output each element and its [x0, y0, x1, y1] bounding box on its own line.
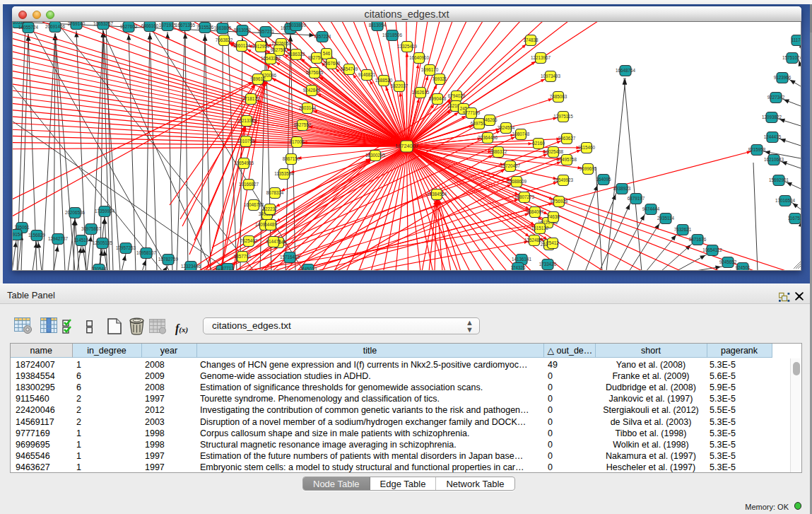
svg-text:6879197: 6879197: [628, 196, 645, 201]
svg-text:8471676: 8471676: [689, 237, 707, 242]
svg-text:15692901: 15692901: [769, 177, 789, 182]
svg-text:9827500: 9827500: [271, 47, 288, 52]
svg-text:8756928: 8756928: [551, 199, 568, 204]
svg-text:8427552: 8427552: [294, 122, 312, 127]
svg-text:15716485: 15716485: [280, 255, 300, 259]
svg-text:20364436: 20364436: [478, 135, 498, 140]
svg-text:18807273: 18807273: [514, 194, 535, 199]
svg-text:14136141: 14136141: [512, 257, 532, 262]
svg-text:116753: 116753: [788, 216, 801, 221]
svg-text:1527602: 1527602: [120, 24, 138, 29]
svg-text:8215958: 8215958: [748, 147, 766, 152]
svg-text:3824554: 3824554: [498, 125, 515, 130]
svg-text:7632621: 7632621: [674, 227, 692, 232]
svg-text:746266: 746266: [482, 117, 498, 122]
svg-text:9123966: 9123966: [774, 75, 792, 80]
svg-text:14055724: 14055724: [18, 25, 39, 30]
svg-text:10958107: 10958107: [136, 250, 157, 255]
svg-text:19654985: 19654985: [234, 160, 254, 165]
svg-text:16046788: 16046788: [244, 202, 264, 207]
svg-text:15751074: 15751074: [782, 55, 801, 60]
svg-text:6794028: 6794028: [448, 93, 466, 98]
svg-text:18300295: 18300295: [365, 153, 386, 158]
svg-text:19218506: 19218506: [382, 33, 403, 37]
svg-text:11174: 11174: [792, 37, 801, 42]
svg-text:19166827: 19166827: [239, 182, 259, 187]
svg-text:17359934: 17359934: [95, 209, 115, 214]
svg-text:2935114: 2935114: [657, 216, 675, 221]
svg-text:16640910: 16640910: [409, 55, 430, 60]
svg-text:54489: 54489: [264, 222, 277, 227]
svg-text:12213389: 12213389: [237, 118, 257, 123]
svg-text:1156829: 1156829: [28, 233, 46, 238]
svg-text:164095: 164095: [596, 177, 611, 182]
svg-text:1244415: 1244415: [764, 134, 782, 139]
svg-text:12505135: 12505135: [93, 240, 113, 245]
svg-text:5375685: 5375685: [306, 70, 324, 75]
svg-text:17016534: 17016534: [775, 198, 796, 203]
svg-text:10973493: 10973493: [541, 74, 561, 78]
svg-text:10653257: 10653257: [93, 22, 114, 26]
svg-text:9860124: 9860124: [233, 43, 251, 48]
svg-text:16671355: 16671355: [175, 23, 196, 28]
svg-text:16648764: 16648764: [616, 68, 636, 73]
svg-text:989612: 989612: [250, 76, 266, 81]
svg-text:914479: 914479: [266, 239, 281, 244]
svg-text:2769140: 2769140: [68, 22, 86, 26]
svg-text:9857791: 9857791: [234, 254, 252, 259]
svg-text:7357211: 7357211: [257, 29, 275, 34]
svg-text:10025438: 10025438: [543, 149, 564, 154]
svg-text:9115460: 9115460: [578, 145, 596, 150]
svg-text:11353594: 11353594: [274, 171, 294, 176]
svg-text:8186328: 8186328: [288, 52, 305, 57]
svg-text:2803144: 2803144: [299, 105, 317, 110]
svg-text:8813051: 8813051: [234, 28, 252, 33]
svg-text:12942737: 12942737: [48, 236, 69, 241]
svg-text:15720407: 15720407: [500, 163, 521, 168]
svg-text:10688609: 10688609: [507, 179, 527, 184]
svg-text:16782759: 16782759: [158, 257, 179, 262]
svg-text:2367608: 2367608: [323, 61, 341, 66]
svg-text:25412: 25412: [546, 240, 559, 245]
svg-text:8813054: 8813054: [369, 23, 387, 28]
svg-text:62160: 62160: [532, 141, 545, 146]
svg-text:6466160: 6466160: [141, 23, 159, 28]
svg-text:39154: 39154: [12, 232, 23, 237]
svg-text:13325419: 13325419: [397, 44, 418, 49]
svg-text:7485063: 7485063: [550, 94, 567, 99]
svg-text:546: 546: [323, 51, 331, 56]
svg-text:822237: 822237: [262, 206, 278, 211]
svg-text:1010755: 1010755: [237, 139, 255, 144]
svg-text:8454749: 8454749: [341, 66, 358, 71]
svg-text:174838: 174838: [523, 37, 539, 42]
svg-text:7357224: 7357224: [314, 34, 331, 39]
svg-text:1071915: 1071915: [159, 23, 177, 28]
svg-text:16033809: 16033809: [286, 23, 307, 28]
svg-text:1588520: 1588520: [375, 78, 393, 83]
svg-text:2718176: 2718176: [242, 96, 260, 101]
svg-text:7886372: 7886372: [490, 149, 507, 154]
svg-text:1615132: 1615132: [531, 226, 549, 230]
svg-text:16549923: 16549923: [553, 177, 574, 182]
svg-text:8990448: 8990448: [429, 96, 447, 101]
svg-text:16543382: 16543382: [261, 56, 281, 61]
svg-text:20206536: 20206536: [65, 210, 86, 215]
svg-text:1362615: 1362615: [412, 90, 430, 95]
svg-text:8938923: 8938923: [613, 186, 631, 191]
svg-text:9227342: 9227342: [767, 95, 785, 100]
svg-text:769321: 769321: [432, 76, 447, 81]
svg-text:20691406: 20691406: [45, 24, 66, 29]
svg-text:18724007: 18724007: [395, 143, 418, 149]
svg-text:74636: 74636: [547, 214, 560, 219]
svg-text:8912954: 8912954: [252, 44, 270, 49]
svg-text:114519: 114519: [74, 238, 89, 243]
svg-text:9146821: 9146821: [358, 72, 376, 77]
svg-text:5322037: 5322037: [391, 83, 408, 88]
svg-text:10654112: 10654112: [702, 247, 722, 252]
svg-text:7515526: 7515526: [196, 25, 214, 30]
svg-text:87713: 87713: [221, 266, 234, 271]
svg-text:12213967: 12213967: [531, 55, 551, 60]
svg-text:15495758: 15495758: [557, 157, 577, 162]
svg-text:924501: 924501: [735, 265, 751, 270]
svg-text:174326: 174326: [510, 265, 526, 270]
